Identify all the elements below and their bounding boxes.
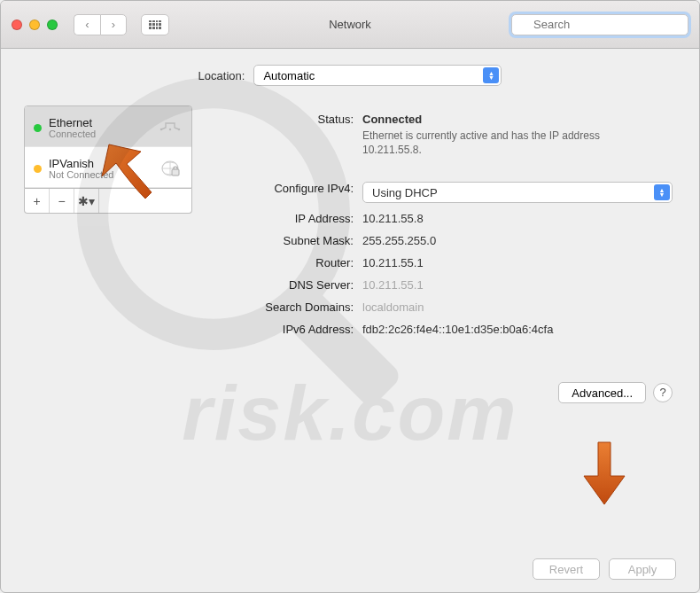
zoom-icon[interactable] [47,20,58,30]
sidebar-item-name: Ethernet [49,116,151,129]
show-all-button[interactable] [141,14,169,35]
subnet-value: 255.255.255.0 [362,234,673,247]
search-domains-label: Search Domains: [203,300,362,314]
panels: Ethernet Connected IPVanish Not Connecte… [24,105,676,485]
forward-button[interactable]: › [100,14,127,35]
configure-ipv4-value: Using DHCP ▲▼ [362,182,673,203]
detail-panel: Status: Connected Ethernet is currently … [203,105,676,485]
chevron-left-icon: ‹ [85,18,89,31]
location-row: Location: Automatic ▲▼ [24,65,676,86]
ipv6-row: IPv6 Address: fdb2:2c26:f4e4::10e1:d35e:… [203,323,673,336]
gear-icon: ✱▾ [78,194,95,208]
sidebar-item-name: IPVanish [49,157,151,170]
status-row: Status: Connected Ethernet is currently … [203,113,673,157]
ip-label: IP Address: [203,212,362,225]
content-area: Location: Automatic ▲▼ Ethernet Connecte… [1,49,699,593]
ipv6-value: fdb2:2c26:f4e4::10e1:d35e:b0a6:4cfa [362,323,673,336]
help-button[interactable]: ? [653,383,673,402]
sidebar-footer: + − ✱▾ [24,189,192,214]
router-row: Router: 10.211.55.1 [203,256,673,269]
svg-point-3 [169,128,171,129]
ethernet-icon [158,118,183,137]
minus-icon: − [58,194,65,208]
action-menu-button[interactable]: ✱▾ [74,189,99,213]
router-label: Router: [203,256,362,269]
vpn-lock-icon [158,159,183,178]
close-icon[interactable] [12,20,22,30]
ip-value: 10.211.55.8 [362,212,673,225]
search-container [511,14,688,35]
location-label: Location: [198,69,245,82]
svg-point-4 [178,128,180,129]
svg-point-2 [160,128,162,129]
remove-connection-button[interactable]: − [50,189,74,213]
nav-back-forward: ‹ › [74,14,127,35]
router-value: 10.211.55.1 [362,256,673,269]
sidebar-item-text: Ethernet Connected [49,116,151,139]
status-value-block: Connected Ethernet is currently active a… [362,113,673,157]
chevron-right-icon: › [112,18,115,31]
search-input[interactable] [511,14,688,35]
search-domains-value: localdomain [362,300,673,314]
dns-row: DNS Server: 10.211.55.1 [203,278,673,292]
dns-value: 10.211.55.1 [362,278,673,292]
subnet-label: Subnet Mask: [203,234,362,247]
back-button[interactable]: ‹ [74,14,100,35]
dns-label: DNS Server: [203,278,362,292]
svg-rect-6 [172,169,179,176]
grid-icon [149,20,161,29]
connection-sidebar: Ethernet Connected IPVanish Not Connecte… [24,105,192,189]
updown-icon: ▲▼ [483,67,499,83]
status-label: Status: [203,113,362,157]
revert-button[interactable]: Revert [533,558,600,580]
sidebar-item-ipvanish[interactable]: IPVanish Not Connected [25,147,191,188]
sidebar-item-ethernet[interactable]: Ethernet Connected [25,106,191,147]
titlebar: ‹ › Network [1,1,699,49]
ipv6-label: IPv6 Address: [203,323,362,336]
ip-row: IP Address: 10.211.55.8 [203,212,673,225]
status-dot-amber-icon [34,165,42,173]
configure-ipv4-selected: Using DHCP [372,186,438,199]
window-controls [12,20,58,30]
location-select[interactable]: Automatic ▲▼ [253,65,502,86]
status-dot-green-icon [34,124,42,132]
add-connection-button[interactable]: + [25,189,50,213]
apply-button[interactable]: Apply [609,558,676,580]
updown-icon: ▲▼ [654,184,670,200]
subnet-row: Subnet Mask: 255.255.255.0 [203,234,673,247]
minimize-icon[interactable] [29,20,40,30]
advanced-button[interactable]: Advanced... [558,382,646,403]
status-subtext: Ethernet is currently active and has the… [362,129,646,157]
status-value: Connected [362,113,673,126]
location-value: Automatic [263,69,315,82]
sidebar-column: Ethernet Connected IPVanish Not Connecte… [24,105,192,485]
sidebar-item-status: Connected [49,129,151,139]
sidebar-item-status: Not Connected [49,169,151,180]
configure-ipv4-row: Configure IPv4: Using DHCP ▲▼ [203,182,673,203]
plus-icon: + [33,194,40,208]
search-domains-row: Search Domains: localdomain [203,300,673,314]
footer-buttons: Revert Apply [533,558,676,580]
sidebar-item-text: IPVanish Not Connected [49,157,151,180]
configure-ipv4-select[interactable]: Using DHCP ▲▼ [362,182,673,203]
detail-bottom-row: Advanced... ? [203,382,673,403]
configure-ipv4-label: Configure IPv4: [203,182,362,203]
